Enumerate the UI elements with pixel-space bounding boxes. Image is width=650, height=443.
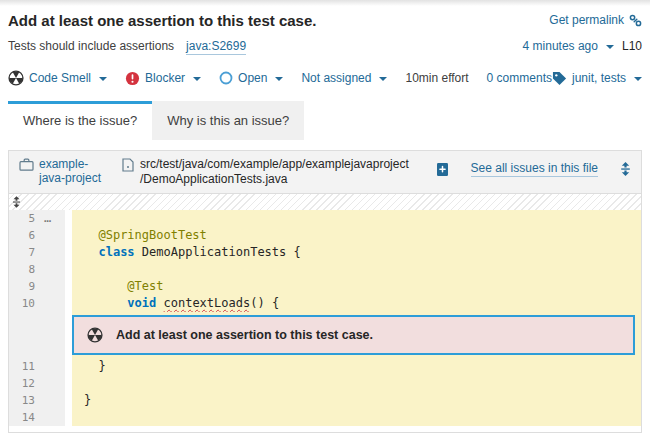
see-all-issues-link[interactable]: See all issues in this file <box>471 161 598 177</box>
comments-link[interactable]: 0 comments <box>487 71 552 85</box>
code-line-8: 8 <box>9 261 641 278</box>
issue-tags-label: junit, tests <box>572 71 626 85</box>
issue-tags-dropdown[interactable]: junit, tests <box>552 71 642 86</box>
issue-line-ref: L10 <box>622 39 642 53</box>
code-token: void <box>127 296 156 310</box>
code-smell-icon <box>87 327 103 343</box>
collapsed-code-marker[interactable]: … <box>38 210 65 227</box>
expand-file-icon[interactable] <box>620 162 631 176</box>
code-token <box>84 296 127 310</box>
code-content <box>72 375 641 392</box>
gutter-spacer <box>65 261 72 278</box>
chevron-down-icon <box>275 77 283 81</box>
code-content: @SpringBootTest <box>72 227 641 244</box>
line-number <box>9 312 38 358</box>
open-status-icon <box>219 71 233 85</box>
blocker-severity-icon <box>125 71 140 86</box>
code-content <box>72 261 641 278</box>
source-file-header: example-java-project src/test/java/com/e… <box>9 151 641 194</box>
code-line-11: 11 } <box>9 358 641 375</box>
source-viewer: example-java-project src/test/java/com/e… <box>8 150 642 433</box>
file-path-line1: src/test/java/com/example/app/examplejav… <box>140 157 409 172</box>
line-number[interactable]: 14 <box>9 409 38 426</box>
gutter-spacer <box>65 244 72 261</box>
code-line-14: 14 <box>9 409 641 426</box>
code-content <box>72 409 641 426</box>
gutter-spacer <box>65 295 72 312</box>
issue-assignee-dropdown[interactable]: Not assigned <box>301 71 387 85</box>
get-permalink-label: Get permalink <box>549 13 624 27</box>
file-path-group: src/test/java/com/example/app/examplejav… <box>122 157 427 187</box>
code-line-13: 13} <box>9 392 641 409</box>
code-lines: 5…6 @SpringBootTest7 class DemoApplicati… <box>9 210 641 432</box>
issue-severity-label: Blocker <box>145 71 185 85</box>
rule-key-link[interactable]: java:S2699 <box>186 39 246 55</box>
line-meta <box>38 244 65 261</box>
permalink-icon <box>629 14 642 27</box>
chevron-down-icon <box>99 77 107 81</box>
code-content: } <box>72 358 641 375</box>
line-number[interactable]: 6 <box>9 227 38 244</box>
issue-age-label: 4 minutes ago <box>523 39 598 53</box>
project-icon <box>19 158 34 171</box>
code-content: class DemoApplicationTests { <box>72 244 641 261</box>
file-icon <box>122 158 134 172</box>
issue-type-label: Code Smell <box>29 71 91 85</box>
gutter-spacer <box>65 312 72 358</box>
code-token <box>84 279 127 293</box>
code-smell-icon <box>8 70 24 86</box>
line-number[interactable]: 13 <box>9 392 38 409</box>
line-meta <box>38 227 65 244</box>
expand-code-icon[interactable] <box>12 196 21 208</box>
issue-status-dropdown[interactable]: Open <box>219 71 283 85</box>
tab-where-is-the-issue[interactable]: Where is the issue? <box>8 101 152 140</box>
issue-severity-dropdown[interactable]: Blocker <box>125 71 201 86</box>
issue-message-box[interactable]: Add at least one assertion to this test … <box>72 315 635 355</box>
line-number[interactable]: 5 <box>9 210 38 227</box>
issue-age-dropdown[interactable]: 4 minutes ago <box>523 39 614 53</box>
line-meta <box>38 278 65 295</box>
project-name-link: example-java-project <box>39 157 113 185</box>
file-path-text: src/test/java/com/example/app/examplejav… <box>140 157 409 187</box>
code-token: () { <box>250 296 279 310</box>
project-link-group[interactable]: example-java-project <box>19 157 113 185</box>
line-number[interactable]: 11 <box>9 358 38 375</box>
issue-type-dropdown[interactable]: Code Smell <box>8 70 107 86</box>
code-line-12: 12 <box>9 375 641 392</box>
gutter-spacer <box>65 375 72 392</box>
line-meta <box>38 392 65 409</box>
chevron-down-icon <box>379 77 387 81</box>
line-number[interactable]: 7 <box>9 244 38 261</box>
issue-status-label: Open <box>238 71 267 85</box>
line-number[interactable]: 9 <box>9 278 38 295</box>
code-line-7: 7 class DemoApplicationTests { <box>9 244 641 261</box>
issue-location-text[interactable]: contextLoads <box>164 296 251 310</box>
code-token: DemoApplicationTests { <box>135 245 301 259</box>
issue-assignee-label: Not assigned <box>301 71 371 85</box>
line-number[interactable]: 8 <box>9 261 38 278</box>
get-permalink-link[interactable]: Get permalink <box>549 13 642 27</box>
code-line-5: 5… <box>9 210 641 227</box>
code-token <box>156 296 163 310</box>
line-meta <box>38 358 65 375</box>
pin-file-icon[interactable] <box>436 162 449 177</box>
gutter-spacer <box>65 409 72 426</box>
effort-label: 10min effort <box>405 71 468 85</box>
gutter-spacer <box>65 210 72 227</box>
chevron-down-icon <box>193 77 201 81</box>
issue-box-cell: Add at least one assertion to this test … <box>72 312 641 358</box>
issue-detail-tabs: Where is the issue? Why is this an issue… <box>8 101 650 140</box>
issue-toolbar: Code Smell Blocker Open Not <box>8 70 642 86</box>
tab-why-is-this-an-issue[interactable]: Why is this an issue? <box>152 101 304 140</box>
tag-icon <box>552 71 567 86</box>
line-meta <box>38 261 65 278</box>
code-token: @SpringBootTest <box>98 228 206 242</box>
file-path-line2: /DemoApplicationTests.java <box>140 172 409 187</box>
code-content: @Test <box>72 278 641 295</box>
line-number[interactable]: 12 <box>9 375 38 392</box>
issue-message-text: Add at least one assertion to this test … <box>116 327 373 344</box>
rule-name: Tests should include assertions <box>8 39 174 53</box>
code-token <box>84 245 98 259</box>
line-number[interactable]: 10 <box>9 295 38 312</box>
code-token <box>84 228 98 242</box>
